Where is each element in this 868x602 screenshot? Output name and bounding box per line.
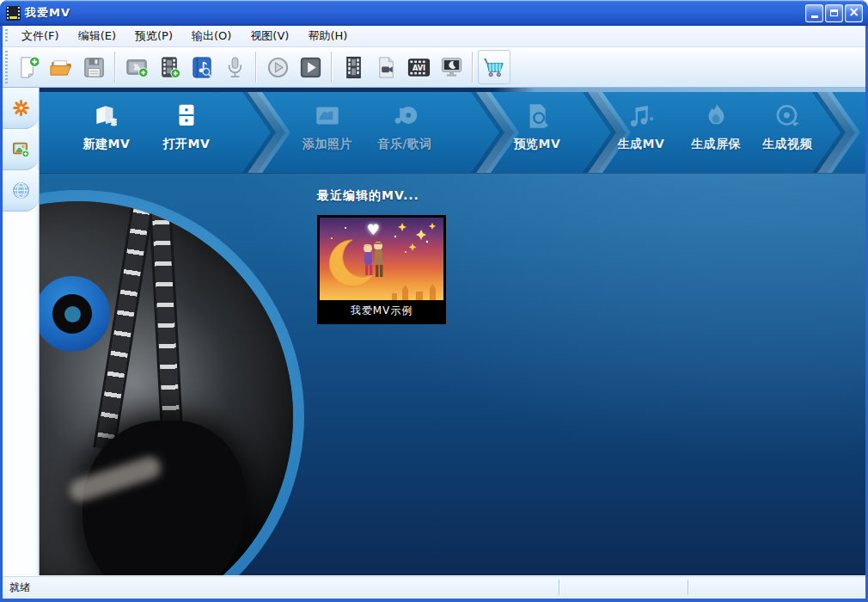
toolbar: AVI <box>3 47 865 88</box>
app-window: 我爱MV × 文件(F) 编辑(E) 预览(P) 输出(O) 视图(V) 帮助(… <box>0 0 868 602</box>
svg-text:AVI: AVI <box>412 63 425 71</box>
toolbar-separator <box>472 52 474 83</box>
workflow-step-make-video[interactable]: 生成视频 <box>746 97 828 152</box>
sidebar-panel <box>3 212 39 575</box>
make-mv-button[interactable] <box>337 50 370 84</box>
toolbar-separator <box>331 52 333 83</box>
play-fullscreen-icon <box>298 55 323 80</box>
disc-icon <box>772 101 803 132</box>
maximize-icon <box>830 9 838 16</box>
menu-output[interactable]: 输出(O) <box>182 26 241 46</box>
workflow-step-preview-mv[interactable]: 预览MV <box>496 97 578 152</box>
workflow-step-open-mv[interactable]: 打开MV <box>145 97 228 152</box>
toolbar-separator <box>255 52 257 83</box>
workflow-step-make-mv[interactable]: 生成MV <box>600 97 682 152</box>
status-bar: 就绪 <box>3 575 865 599</box>
workflow-step-label: 打开MV <box>145 137 228 152</box>
sidebar-tab-web[interactable] <box>3 170 39 212</box>
maximize-button[interactable] <box>825 4 843 22</box>
make-video-doc-button[interactable] <box>370 50 402 84</box>
workflow-step-label: 生成MV <box>600 137 682 152</box>
play-fullscreen-button[interactable] <box>294 50 327 84</box>
workflow-step-new-mv[interactable]: 新建MV <box>65 97 148 152</box>
make-avi-button[interactable]: AVI <box>402 50 435 84</box>
menu-preview[interactable]: 预览(P) <box>125 26 182 46</box>
open-mv-icon <box>49 55 74 80</box>
menu-file[interactable]: 文件(F) <box>12 26 69 46</box>
toolbar-separator <box>114 52 116 83</box>
menu-help[interactable]: 帮助(H) <box>298 26 357 46</box>
menubar-grip-handle[interactable] <box>5 29 8 43</box>
open-mv-button[interactable] <box>45 50 77 84</box>
drawer-icon <box>171 101 202 132</box>
workflow-band: 新建MV 打开MV 添加照片 <box>40 92 865 173</box>
add-video-icon <box>157 55 182 80</box>
add-video-button[interactable] <box>153 50 186 84</box>
workflow-step-label: 添加照片 <box>286 137 369 152</box>
app-filmstrip-icon <box>6 6 21 21</box>
album-icon <box>91 101 122 132</box>
workflow-step-add-photos[interactable]: 添加照片 <box>286 97 369 152</box>
workflow-step-label: 预览MV <box>496 137 578 152</box>
record-voice-button[interactable] <box>218 50 251 84</box>
web-icon <box>12 181 30 200</box>
close-button[interactable]: × <box>845 4 863 22</box>
save-mv-icon <box>82 55 107 80</box>
statusbar-divider <box>559 580 560 595</box>
new-mv-icon <box>16 55 41 80</box>
shopping-cart-icon <box>482 55 507 80</box>
notes-icon <box>626 101 657 132</box>
statusbar-divider <box>688 580 689 595</box>
title-bar[interactable]: 我爱MV × <box>0 0 868 26</box>
record-icon <box>223 55 248 80</box>
sidebar-tab-add-image[interactable] <box>3 129 39 170</box>
filmstrip-icon <box>341 55 366 80</box>
guitarist-photo <box>40 201 293 575</box>
close-icon: × <box>848 6 859 19</box>
sidebar-tab-settings[interactable] <box>3 88 39 129</box>
menu-bar: 文件(F) 编辑(E) 预览(P) 输出(O) 视图(V) 帮助(H) <box>3 26 865 47</box>
avi-icon: AVI <box>406 55 431 80</box>
preview-play-button[interactable] <box>261 50 294 84</box>
content-area: 新建MV 打开MV 添加照片 <box>40 88 865 575</box>
music-disc-icon <box>389 101 420 132</box>
minimize-icon <box>811 15 818 18</box>
flame-icon <box>700 101 731 132</box>
save-mv-button[interactable] <box>77 50 110 84</box>
minimize-button[interactable] <box>805 4 823 22</box>
add-photo-button[interactable] <box>120 50 153 84</box>
music-lyrics-icon <box>190 55 215 80</box>
shop-button[interactable] <box>478 50 510 84</box>
photo-icon <box>312 101 343 132</box>
add-photo-icon <box>125 55 150 80</box>
recent-mv-thumbnail[interactable]: ♥ 我爱MV示例 <box>317 215 446 324</box>
recent-mv-caption: 我爱MV示例 <box>320 300 443 322</box>
make-screensaver-button[interactable] <box>435 50 468 84</box>
workflow-step-label: 生成屏保 <box>675 137 757 152</box>
workflow-step-label: 生成视频 <box>746 137 828 152</box>
status-text: 就绪 <box>3 580 30 595</box>
recent-mv-header: 最近编辑的MV... <box>317 188 419 204</box>
svg-text:♥: ♥ <box>366 221 379 238</box>
left-sidebar <box>3 88 40 575</box>
window-title: 我爱MV <box>25 5 70 21</box>
preview-play-icon <box>266 55 290 80</box>
menu-view[interactable]: 视图(V) <box>241 26 298 46</box>
make-video-doc-icon <box>374 55 399 80</box>
toolbar-grip-handle[interactable] <box>5 51 8 83</box>
chevron-arrow <box>248 92 290 173</box>
recent-mv-preview-image: ♥ <box>320 218 443 300</box>
add-image-icon <box>12 140 30 158</box>
workflow-step-make-screensaver[interactable]: 生成屏保 <box>675 97 757 152</box>
workflow-step-music-lyrics[interactable]: 音乐/歌词 <box>364 97 446 152</box>
settings-icon <box>12 99 30 117</box>
screensaver-icon <box>439 55 464 80</box>
preview-icon <box>522 101 553 132</box>
workflow-step-label: 音乐/歌词 <box>364 137 446 152</box>
new-mv-button[interactable] <box>12 50 45 84</box>
music-lyrics-button[interactable] <box>186 50 218 84</box>
workflow-step-label: 新建MV <box>65 137 148 152</box>
menu-edit[interactable]: 编辑(E) <box>69 26 125 46</box>
